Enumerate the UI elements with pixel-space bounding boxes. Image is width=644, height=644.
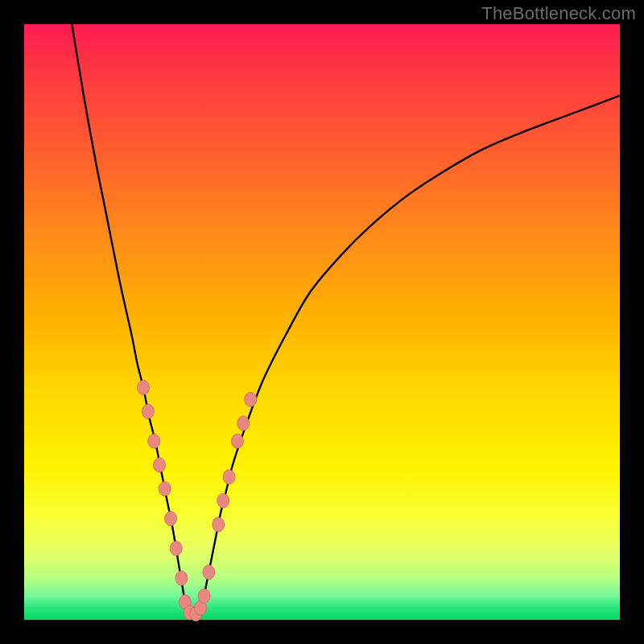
data-marker [148, 434, 160, 448]
chart-plot-area [24, 24, 620, 620]
data-marker [237, 416, 250, 431]
data-marker [245, 392, 257, 407]
data-marker [159, 481, 171, 496]
data-marker [175, 571, 188, 585]
data-marker [231, 434, 243, 448]
data-marker [223, 469, 235, 484]
chart-frame: TheBottleneck.com [0, 0, 644, 644]
data-marker [217, 493, 229, 508]
data-marker [203, 565, 215, 580]
data-marker [142, 404, 154, 419]
data-marker [138, 380, 150, 394]
data-marker [170, 541, 182, 555]
data-marker [154, 458, 166, 473]
chart-svg [24, 24, 620, 620]
marker-group [138, 380, 257, 621]
data-marker [198, 588, 210, 603]
data-marker [165, 511, 177, 526]
data-marker [213, 518, 225, 532]
watermark-text: TheBottleneck.com [481, 3, 636, 24]
curve-right [203, 96, 620, 602]
